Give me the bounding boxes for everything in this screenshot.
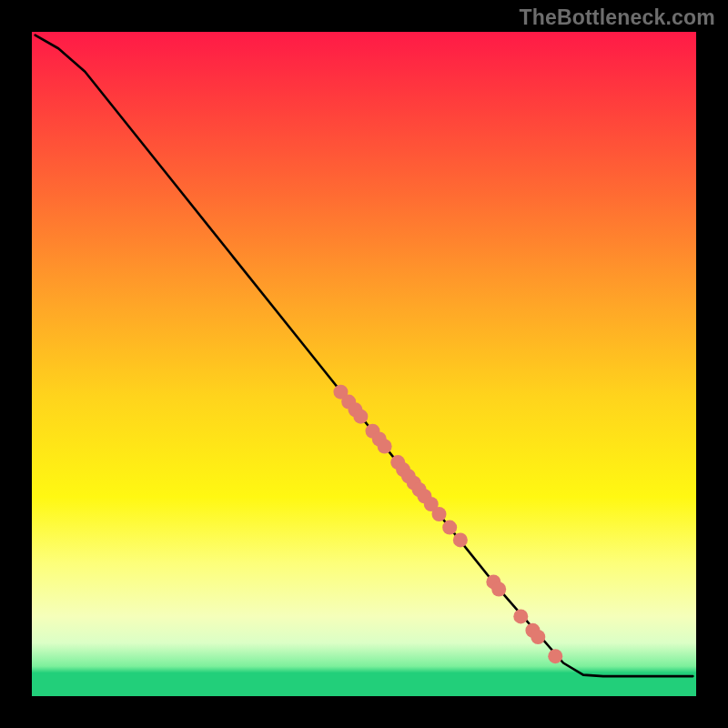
- data-marker: [513, 609, 528, 623]
- data-marker: [378, 440, 392, 454]
- data-marker: [453, 532, 468, 547]
- data-marker: [491, 581, 506, 596]
- chart-stage: TheBottleneck.com: [0, 0, 728, 728]
- data-marker: [353, 410, 368, 424]
- data-marker: [548, 649, 562, 663]
- plot-area: [32, 32, 696, 696]
- curve-path: [35, 35, 693, 676]
- data-marker: [531, 630, 545, 644]
- watermark-text: TheBottleneck.com: [519, 5, 715, 30]
- data-marker: [442, 521, 457, 535]
- line-chart-svg: [32, 32, 696, 696]
- data-marker: [431, 507, 446, 521]
